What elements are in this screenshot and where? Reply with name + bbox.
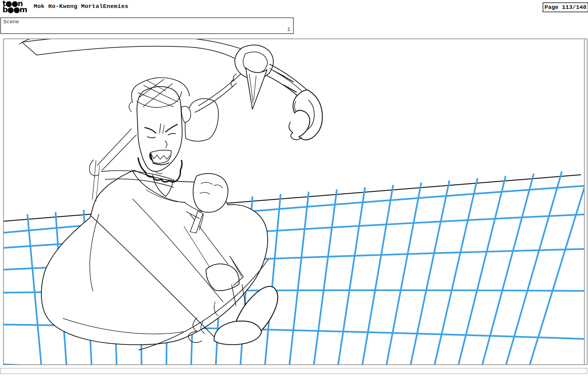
storyboard-page: t●●n b●●m Mok Ho-Kwong MortalEnemies Pag… bbox=[0, 0, 588, 380]
scene-value: 1 bbox=[287, 27, 290, 32]
logo-line-2: b●●m bbox=[2, 7, 30, 13]
project-title: Mok Ho-Kwong MortalEnemies bbox=[34, 3, 128, 10]
page-number-label: Page 113/148 bbox=[545, 4, 586, 11]
scene-cell: Scene 1 bbox=[0, 17, 294, 34]
storyboard-drawing bbox=[4, 39, 584, 364]
character-sketch bbox=[20, 39, 322, 350]
storyboard-panel-frame bbox=[3, 39, 585, 365]
scene-label: Scene bbox=[3, 19, 19, 25]
page-number-box: Page 113/148 bbox=[543, 2, 588, 12]
toon-boom-logo: t●●n b●●m bbox=[2, 1, 30, 13]
caption-box bbox=[0, 368, 587, 374]
